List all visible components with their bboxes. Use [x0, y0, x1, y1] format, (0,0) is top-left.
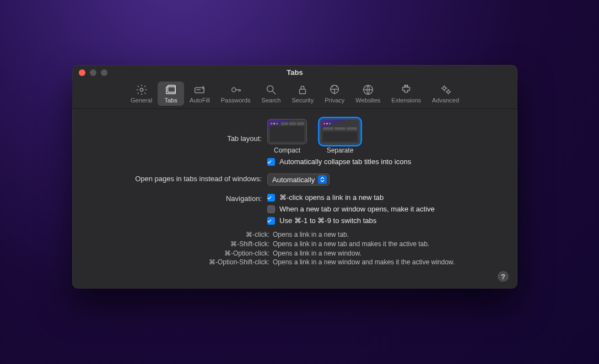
toolbar-tab-label: Tabs [164, 97, 177, 104]
preferences-window: Tabs GeneralTabsAutoFillPasswordsSearchS… [72, 65, 517, 289]
minimize-window-button[interactable] [90, 69, 96, 76]
toolbar-tab-general[interactable]: General [125, 82, 158, 106]
security-icon [296, 84, 309, 96]
shortcut-hints: ⌘-click:Opens a link in a new tab.⌘-Shif… [85, 230, 504, 267]
toolbar-tab-privacy[interactable]: Privacy [319, 82, 350, 106]
help-button[interactable]: ? [498, 271, 509, 282]
svg-point-10 [442, 87, 446, 90]
titlebar[interactable]: Tabs [72, 65, 517, 80]
hint-key: ⌘-Shift-click: [85, 240, 273, 249]
make-active-label: When a new tab or window opens, make it … [279, 205, 435, 213]
shortcut-hint-row: ⌘-click:Opens a link in a new tab. [85, 230, 504, 240]
checkbox-icon [267, 194, 275, 202]
switch-tabs-checkbox[interactable]: Use ⌘-1 to ⌘-9 to switch tabs [267, 216, 504, 225]
advanced-icon [440, 84, 452, 96]
svg-rect-2 [168, 85, 176, 93]
toolbar-tab-extensions[interactable]: Extensions [386, 82, 427, 106]
preferences-toolbar: GeneralTabsAutoFillPasswordsSearchSecuri… [72, 80, 517, 109]
hint-key: ⌘-click: [85, 230, 273, 240]
toolbar-tab-autofill[interactable]: AutoFill [184, 82, 215, 106]
close-window-button[interactable] [79, 69, 85, 76]
toolbar-tab-label: General [131, 97, 152, 104]
svg-point-9 [405, 85, 407, 88]
toolbar-tab-label: Extensions [391, 97, 421, 104]
shortcut-hint-row: ⌘-Shift-click:Opens a link in a new tab … [85, 240, 504, 249]
toolbar-tab-label: Privacy [325, 97, 344, 104]
search-icon [265, 84, 277, 96]
navigation-label: Navigation: [85, 193, 267, 203]
svg-point-11 [447, 90, 450, 93]
hint-value: Opens a link in a new window. [273, 249, 504, 258]
svg-point-0 [140, 88, 143, 91]
switch-tabs-label: Use ⌘-1 to ⌘-9 to switch tabs [279, 216, 376, 225]
hint-value: Opens a link in a new window and makes i… [273, 258, 504, 267]
toolbar-tab-label: Websites [355, 97, 380, 104]
general-icon [136, 84, 148, 96]
select-stepper-icon [318, 175, 327, 184]
toolbar-tab-label: Search [262, 97, 281, 104]
toolbar-tab-label: AutoFill [190, 97, 210, 104]
shortcut-hint-row: ⌘-Option-Shift-click:Opens a link in a n… [85, 258, 504, 267]
open-pages-value: Automatically [272, 176, 315, 184]
window-title: Tabs [72, 68, 517, 77]
checkbox-icon [267, 217, 275, 225]
toolbar-tab-security[interactable]: Security [286, 82, 319, 106]
hint-key: ⌘-Option-click: [85, 249, 273, 258]
checkbox-icon [267, 205, 275, 213]
collapse-tab-titles-checkbox[interactable]: Automatically collapse tab titles into i… [267, 157, 504, 166]
toolbar-tab-label: Passwords [221, 97, 251, 104]
extensions-icon [400, 84, 412, 96]
toolbar-tab-advanced[interactable]: Advanced [427, 82, 465, 106]
svg-rect-3 [195, 88, 204, 93]
hint-key: ⌘-Option-Shift-click: [85, 258, 273, 267]
collapse-tab-titles-label: Automatically collapse tab titles into i… [279, 157, 411, 166]
toolbar-tab-search[interactable]: Search [256, 82, 287, 106]
cmd-click-checkbox[interactable]: ⌘-click opens a link in a new tab [267, 193, 504, 202]
toolbar-tab-websites[interactable]: Websites [350, 82, 386, 106]
hint-value: Opens a link in a new tab. [273, 230, 504, 240]
websites-icon [362, 84, 374, 96]
privacy-icon [328, 84, 341, 96]
toolbar-tab-label: Security [292, 97, 314, 104]
window-controls [79, 69, 107, 76]
help-icon: ? [501, 273, 505, 281]
tab-layout-options: Compact Separate [267, 119, 504, 154]
tab-layout-separate-option[interactable] [320, 119, 360, 144]
tabs-icon [165, 84, 177, 96]
svg-point-4 [231, 88, 235, 91]
content-area: Tab layout: Compact [72, 109, 517, 289]
tab-layout-separate-label: Separate [327, 146, 354, 154]
toolbar-tab-passwords[interactable]: Passwords [215, 82, 256, 106]
hint-value: Opens a link in a new tab and makes it t… [273, 240, 504, 249]
svg-rect-6 [300, 89, 306, 94]
tab-layout-compact-label: Compact [274, 146, 300, 154]
svg-point-5 [267, 86, 273, 92]
shortcut-hint-row: ⌘-Option-click:Opens a link in a new win… [85, 249, 504, 258]
checkbox-icon [267, 158, 275, 166]
open-pages-label: Open pages in tabs instead of windows: [85, 173, 267, 183]
passwords-icon [230, 84, 242, 96]
open-pages-select[interactable]: Automatically [267, 173, 330, 186]
tab-layout-compact-option[interactable] [267, 119, 307, 144]
toolbar-tab-label: Advanced [432, 97, 459, 104]
autofill-icon [193, 84, 206, 96]
cmd-click-label: ⌘-click opens a link in a new tab [279, 193, 384, 202]
make-active-checkbox[interactable]: When a new tab or window opens, make it … [267, 205, 504, 213]
toolbar-tab-tabs[interactable]: Tabs [158, 82, 184, 106]
tab-layout-label: Tab layout: [85, 119, 267, 143]
zoom-window-button[interactable] [101, 69, 107, 76]
